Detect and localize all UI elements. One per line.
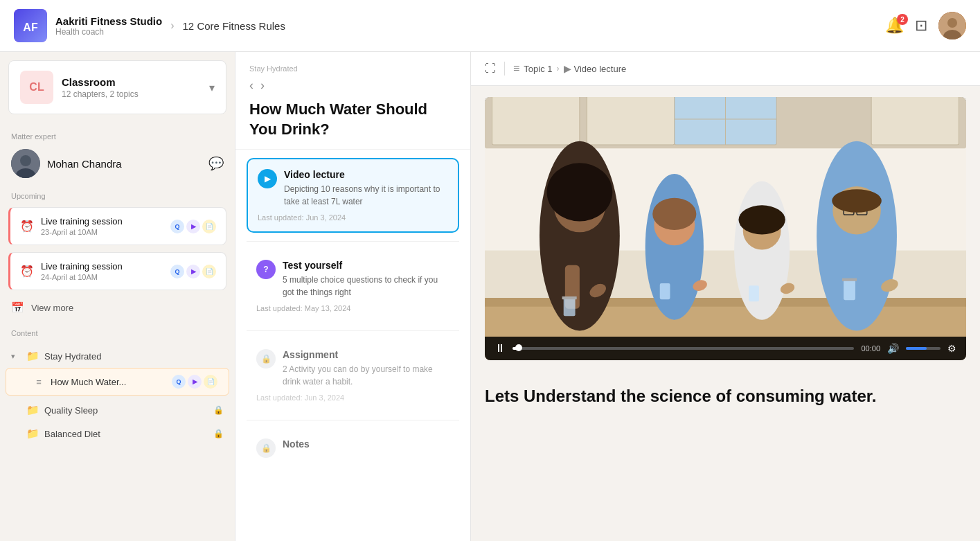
right-breadcrumb: ≡ Topic 1 › ▶ Video lecture [513,62,626,75]
topic-video-lecture[interactable]: ▶ Video lecture Depicting 10 reasons why… [247,158,459,233]
svg-rect-13 [871,97,959,145]
topic-test-info: Test yourself 5 multiple choice question… [283,260,449,299]
topic-notes-header: 🔒 Notes [256,438,449,458]
avatar-image [938,12,966,39]
calendar-icon: 📅 [11,301,24,314]
middle-nav: ‹ › [249,78,456,93]
middle-breadcrumb: Stay Hydrated [249,64,456,73]
classroom-title: Classroom [62,76,201,88]
progress-fill [513,347,519,350]
topic-assignment-info: Assignment 2 Activity you can do by your… [283,349,449,388]
matter-expert-section: Mohan Chandra 💬 [0,145,235,185]
header-divider [504,62,505,76]
right-header: ⛶ ≡ Topic 1 › ▶ Video lecture [471,52,980,86]
breadcrumb-video-label: Video lecture [574,64,627,74]
chapter-stay-hydrated-header[interactable]: ▾ 📁 Stay Hydrated [0,344,235,368]
topic-test-title: Test yourself [283,260,449,271]
notification-bell[interactable]: 🔔 2 [885,17,904,35]
user-avatar[interactable] [938,12,966,39]
settings-icon[interactable]: ⚙ [947,343,956,354]
view-more-button[interactable]: 📅 View more [0,293,235,322]
fullscreen-icon[interactable]: ⛶ [485,62,496,75]
topic-notes[interactable]: 🔒 Notes [247,429,459,468]
badge-v-1: ▶ [186,220,200,233]
topic-test-yourself[interactable]: ? Test yourself 5 multiple choice questi… [247,250,459,322]
notification-badge: 2 [897,14,908,25]
training-time-1: 23-April at 10AM [41,228,163,236]
right-panel: ⛶ ≡ Topic 1 › ▶ Video lecture [471,52,980,541]
video-container: ⏸ 00:00 🔊 ⚙ [485,97,966,360]
topic-notes-info: Notes [283,438,310,452]
svg-rect-24 [562,296,577,299]
badge-cd: 📄 [204,375,217,389]
topic-assignment[interactable]: 🔒 Assignment 2 Activity you can do by yo… [247,339,459,411]
svg-point-26 [645,174,704,320]
topic-video-header: ▶ Video lecture Depicting 10 reasons why… [258,169,448,208]
chapter-quality-sleep[interactable]: ▸ 📁 Quality Sleep 🔒 [0,398,235,422]
training-badges-2: Q ▶ 📄 [170,265,216,278]
topic-test-header: ? Test yourself 5 multiple choice questi… [256,260,449,299]
brand-name: Aakriti Fitness Studio [55,15,162,27]
topic-assignment-title: Assignment [283,349,449,360]
classroom-chevron-icon[interactable]: ▾ [209,81,215,94]
expert-chat-icon[interactable]: 💬 [208,156,224,171]
video-image-svg [485,97,966,360]
header-actions: 🔔 2 ⊡ [885,12,966,39]
content-item-how-much-water[interactable]: ≡ How Much Water... Q ▶ 📄 [6,368,229,396]
middle-title: How Much Water Should You Drink? [249,100,456,139]
chapter-arrow-icon: ▾ [11,352,21,361]
topic-assignment-desc: 2 Activity you can do by yourself to mak… [283,363,449,388]
chapter-folder-icon: 📁 [26,350,39,362]
topic-assignment-header: 🔒 Assignment 2 Activity you can do by yo… [256,349,449,388]
topic-test-date: Last updated: May 13, 2024 [256,304,449,312]
pause-button[interactable]: ⏸ [495,342,506,355]
training-info-1: Live training session 23-April at 10AM [41,216,163,236]
chapter-balanced-diet-lock-icon: 🔒 [213,429,224,438]
logo-image: AF [14,9,47,42]
topic-video-icon: ▶ [258,169,277,188]
nav-next-button[interactable]: › [260,78,265,93]
topic-test-desc: 5 multiple choice questions to check if … [283,274,449,299]
clock-icon-1: ⏰ [20,220,34,233]
breadcrumb-video-section: ▶ Video lecture [564,63,627,74]
classroom-card[interactable]: CL Classroom 12 chapters, 2 topics ▾ [8,60,226,114]
video-controls: ⏸ 00:00 🔊 ⚙ [485,337,966,360]
chapter-quality-sleep-lock-icon: 🔒 [213,405,224,415]
expert-avatar-image [11,149,40,178]
main-layout: CL Classroom 12 chapters, 2 topics ▾ Mat… [0,52,980,541]
svg-rect-30 [660,283,670,299]
training-title-1: Live training session [41,216,163,227]
chat-icon[interactable]: ⊡ [915,17,927,35]
badge-d-2: 📄 [202,265,216,278]
right-content: Lets Understand the science of consuming… [471,371,980,420]
volume-icon[interactable]: 🔊 [887,343,899,354]
chapter-balanced-diet[interactable]: ▸ 📁 Balanced Diet 🔒 [0,422,235,445]
progress-bar[interactable] [513,347,854,350]
sidebar: CL Classroom 12 chapters, 2 topics ▾ Mat… [0,52,235,541]
right-content-title: Lets Understand the science of consuming… [485,385,966,407]
topic-assignment-date: Last updated: Jun 3, 2024 [256,393,449,402]
topic-assignment-lock-icon: 🔒 [256,349,276,369]
svg-text:AF: AF [23,21,38,33]
topic-divider-2 [247,330,459,331]
volume-bar[interactable] [906,347,941,350]
classroom-badge: CL [20,71,53,104]
topic-video-date: Last updated: Jun 3, 2024 [258,213,448,222]
chapter-no-arrow: ▸ [11,406,21,415]
header-chevron-icon: › [170,19,174,32]
nav-prev-button[interactable]: ‹ [249,78,253,93]
brand-logo[interactable]: AF [14,9,47,42]
middle-panel: Stay Hydrated ‹ › How Much Water Should … [235,52,471,541]
badge-cq: Q [172,375,186,389]
training-session-1[interactable]: ⏰ Live training session 23-April at 10AM… [8,207,226,245]
svg-point-3 [947,18,957,28]
topic-video-desc: Depicting 10 reasons why it is important… [284,183,448,208]
chapter-quality-sleep-folder-icon: 📁 [26,404,39,416]
chapter-balanced-diet-folder-icon: 📁 [26,427,39,440]
svg-point-36 [817,141,897,331]
upcoming-label: Upcoming [0,185,235,204]
topic-notes-title: Notes [283,438,310,450]
topic-video-info: Video lecture Depicting 10 reasons why i… [284,169,448,208]
training-session-2[interactable]: ⏰ Live training session 24-April at 10AM… [8,252,226,290]
video-placeholder: ⏸ 00:00 🔊 ⚙ [485,97,966,360]
